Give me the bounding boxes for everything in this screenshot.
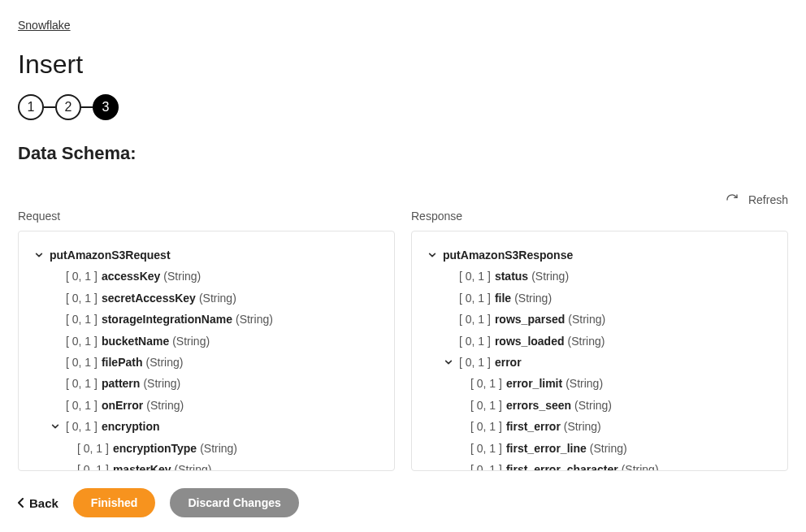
response-tree-row[interactable]: [ 0, 1 ]rows_parsed(String) (427, 309, 773, 330)
field-name: accessKey (102, 267, 160, 285)
response-tree-row[interactable]: [ 0, 1 ]error_limit(String) (427, 373, 773, 394)
finished-button[interactable]: Finished (73, 488, 156, 517)
chevron-down-icon[interactable] (50, 422, 61, 430)
response-tree-row[interactable]: [ 0, 1 ]error (427, 352, 773, 373)
field-name: error_limit (506, 374, 562, 392)
cardinality: [ 0, 1 ] (77, 439, 109, 457)
cardinality: [ 0, 1 ] (77, 461, 109, 471)
back-button[interactable]: Back (18, 496, 58, 510)
cardinality: [ 0, 1 ] (66, 353, 98, 371)
chevron-down-icon[interactable] (33, 251, 45, 259)
cardinality: [ 0, 1 ] (66, 396, 98, 414)
chevron-left-icon (18, 496, 24, 510)
field-name: storageIntegrationName (102, 310, 232, 328)
request-tree-row[interactable]: [ 0, 1 ]accessKey(String) (33, 266, 379, 287)
cardinality: [ 0, 1 ] (470, 396, 502, 414)
response-column: Response putAmazonS3Response[ 0, 1 ]stat… (411, 210, 788, 471)
request-label: Request (18, 210, 395, 223)
cardinality: [ 0, 1 ] (459, 267, 491, 285)
cardinality: [ 0, 1 ] (66, 332, 98, 350)
field-type: (String) (146, 396, 184, 414)
response-tree-row[interactable]: [ 0, 1 ]file(String) (427, 288, 773, 309)
field-name: rows_loaded (495, 332, 565, 350)
request-tree-row[interactable]: [ 0, 1 ]encryption (33, 416, 379, 437)
chevron-down-icon[interactable] (443, 358, 454, 366)
cardinality: [ 0, 1 ] (66, 267, 98, 285)
request-tree-row[interactable]: [ 0, 1 ]masterKey(String) (33, 459, 379, 471)
field-type: (String) (172, 332, 210, 350)
field-type: (String) (622, 461, 659, 471)
field-type: (String) (531, 267, 569, 285)
step-3[interactable]: 3 (93, 94, 119, 120)
field-name: first_error (506, 417, 561, 435)
field-name: encryptionType (113, 439, 197, 457)
field-type: (String) (568, 332, 605, 350)
cardinality: [ 0, 1 ] (66, 374, 98, 392)
field-name: pattern (102, 374, 140, 392)
field-type: (String) (143, 374, 180, 392)
field-name: masterKey (113, 461, 171, 471)
refresh-icon[interactable] (726, 193, 739, 206)
response-tree-row[interactable]: [ 0, 1 ]status(String) (427, 266, 773, 287)
step-connector (44, 106, 55, 108)
field-type: (String) (574, 396, 612, 414)
request-tree-row[interactable]: [ 0, 1 ]secretAccessKey(String) (33, 288, 379, 309)
cardinality: [ 0, 1 ] (66, 417, 98, 435)
stepper: 123 (18, 94, 788, 120)
page-title: Insert (18, 50, 788, 80)
response-panel: putAmazonS3Response[ 0, 1 ]status(String… (411, 231, 788, 471)
request-tree-row[interactable]: [ 0, 1 ]filePath(String) (33, 352, 379, 373)
field-name: first_error_character (506, 461, 618, 471)
field-type: (String) (175, 461, 212, 471)
field-type: (String) (564, 417, 601, 435)
section-title: Data Schema: (18, 143, 788, 164)
field-name: rows_parsed (495, 310, 565, 328)
cardinality: [ 0, 1 ] (459, 310, 491, 328)
field-type: (String) (590, 439, 627, 457)
chevron-down-icon[interactable] (427, 251, 438, 259)
field-name: onError (102, 396, 143, 414)
footer-actions: Back Finished Discard Changes (18, 488, 299, 517)
response-tree-row[interactable]: [ 0, 1 ]errors_seen(String) (427, 395, 773, 416)
field-type: (String) (199, 289, 236, 307)
field-type: (String) (146, 353, 184, 371)
field-type: (String) (236, 310, 273, 328)
request-tree-row[interactable]: [ 0, 1 ]bucketName(String) (33, 331, 379, 352)
step-1[interactable]: 1 (18, 94, 44, 120)
field-type: (String) (200, 439, 237, 457)
refresh-label[interactable]: Refresh (748, 193, 788, 206)
response-tree-row[interactable]: [ 0, 1 ]first_error_line(String) (427, 438, 773, 459)
field-name: putAmazonS3Response (443, 246, 573, 264)
response-tree-row[interactable]: [ 0, 1 ]rows_loaded(String) (427, 331, 773, 352)
request-tree-row[interactable]: putAmazonS3Request (33, 244, 379, 266)
response-tree-row[interactable]: putAmazonS3Response (427, 244, 773, 266)
field-name: filePath (102, 353, 143, 371)
cardinality: [ 0, 1 ] (470, 461, 502, 471)
cardinality: [ 0, 1 ] (470, 439, 502, 457)
field-name: putAmazonS3Request (50, 246, 171, 264)
cardinality: [ 0, 1 ] (66, 289, 98, 307)
field-type: (String) (514, 289, 552, 307)
field-name: encryption (102, 417, 160, 435)
field-name: file (495, 289, 511, 307)
response-tree-row[interactable]: [ 0, 1 ]first_error_character(String) (427, 459, 773, 471)
request-tree-row[interactable]: [ 0, 1 ]onError(String) (33, 395, 379, 416)
request-tree-row[interactable]: [ 0, 1 ]storageIntegrationName(String) (33, 309, 379, 330)
request-tree-row[interactable]: [ 0, 1 ]pattern(String) (33, 373, 379, 394)
cardinality: [ 0, 1 ] (470, 417, 502, 435)
field-name: error (495, 353, 522, 371)
field-type: (String) (566, 374, 603, 392)
discard-button[interactable]: Discard Changes (170, 488, 298, 517)
cardinality: [ 0, 1 ] (470, 374, 502, 392)
cardinality: [ 0, 1 ] (459, 289, 491, 307)
request-tree-row[interactable]: [ 0, 1 ]encryptionType(String) (33, 438, 379, 459)
request-panel: putAmazonS3Request[ 0, 1 ]accessKey(Stri… (18, 231, 395, 471)
field-name: errors_seen (506, 396, 571, 414)
field-name: bucketName (102, 332, 169, 350)
breadcrumb-link[interactable]: Snowflake (18, 19, 71, 32)
response-tree-row[interactable]: [ 0, 1 ]first_error(String) (427, 416, 773, 437)
cardinality: [ 0, 1 ] (66, 310, 98, 328)
step-2[interactable]: 2 (55, 94, 81, 120)
field-name: status (495, 267, 528, 285)
cardinality: [ 0, 1 ] (459, 353, 491, 371)
